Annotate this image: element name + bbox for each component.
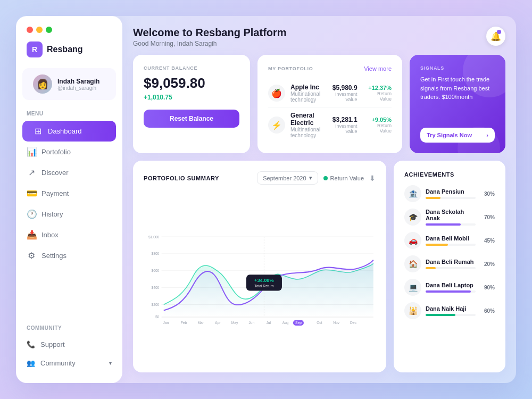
achievement-percent: 70%: [480, 214, 495, 220]
achievement-name: Dana Naik Haji: [426, 305, 476, 312]
portfolio-item: 🍎 Apple Inc Multinational technology $5,…: [268, 79, 392, 107]
achievement-item: 💻 Dana Beli Laptop 90%: [404, 279, 495, 296]
achievement-name: Dana Beli Laptop: [426, 282, 476, 288]
achievement-item: 🕌 Dana Naik Haji 60%: [404, 302, 495, 319]
achievement-percent: 60%: [480, 308, 495, 314]
signals-card: SIGNALS Get in First touch the trade sig…: [410, 55, 505, 153]
legend-dot: [323, 176, 328, 180]
dashboard-icon: ⊞: [33, 126, 43, 136]
portfolio-items: 🍎 Apple Inc Multinational technology $5,…: [268, 79, 392, 143]
chart-header: PORTOFOLIO SUMMARY September 2020 ▾ Retu…: [144, 171, 376, 185]
portfolio-category: Multinational technology: [290, 91, 320, 103]
page-title: Welcome to Resbang Platform Good Morning…: [133, 27, 287, 47]
sidebar: R Resbang 👩 Indah Saragih @indah_saragih…: [16, 16, 122, 383]
portfolio-return: +9.05%: [367, 117, 392, 123]
view-more-link[interactable]: View more: [364, 65, 392, 72]
svg-text:$1,000: $1,000: [148, 235, 160, 239]
menu-label: MENU: [16, 111, 122, 121]
svg-text:$600: $600: [151, 269, 159, 272]
svg-text:Nov: Nov: [333, 321, 340, 325]
achievement-progress-bar: [426, 197, 440, 199]
sidebar-item-portfolio[interactable]: 📊Portofolio: [16, 142, 122, 162]
chart-area: $1,000 $800 $600 $400 $200 $0: [144, 192, 376, 362]
achievement-name: Dana Sekolah Anak: [426, 209, 476, 221]
achievement-percent: 20%: [480, 261, 495, 267]
sidebar-item-support[interactable]: 📞Support: [16, 335, 122, 354]
notification-button[interactable]: 🔔: [486, 27, 505, 46]
user-info: Indah Saragih @indah_saragih: [57, 78, 99, 91]
achievement-icon: 🕌: [404, 302, 421, 319]
inbox-icon: 📥: [27, 230, 36, 240]
achievement-name: Dana Beli Rumah: [426, 259, 476, 265]
close-btn[interactable]: [27, 27, 33, 33]
community-section: COMMUNITY 📞Support👥Community▾: [16, 320, 122, 372]
svg-text:Jul: Jul: [266, 321, 271, 325]
portfolio-return: +12.37%: [367, 85, 392, 91]
chevron-down-icon: ▾: [309, 174, 312, 181]
achievement-icon: 🚗: [404, 232, 421, 249]
achievement-percent: 30%: [480, 191, 495, 197]
notification-dot: [497, 30, 501, 34]
svg-text:May: May: [231, 321, 238, 325]
svg-text:$0: $0: [155, 315, 160, 319]
portfolio-item: ⚡ General Electric Multinational technol…: [268, 107, 392, 143]
sidebar-item-inbox[interactable]: 📥Inbox: [16, 225, 122, 245]
app-logo: R Resbang: [16, 41, 122, 68]
user-profile[interactable]: 👩 Indah Saragih @indah_saragih: [22, 68, 116, 100]
sidebar-item-payment[interactable]: 💳Payment: [16, 183, 122, 204]
achievement-icon: 🏦: [404, 185, 421, 202]
maximize-btn[interactable]: [46, 27, 52, 33]
welcome-text: Welcome to Resbang Platform: [133, 27, 287, 39]
portfolio-logo: ⚡: [268, 117, 285, 134]
app-container: R Resbang 👩 Indah Saragih @indah_saragih…: [16, 16, 516, 383]
portfolio-header: MY PORTOFOLIO View more: [268, 65, 392, 72]
achievements-title: ACHIEVEMENTS: [404, 171, 495, 178]
greeting-text: Good Morning, Indah Saragih: [133, 40, 287, 47]
sidebar-item-dashboard[interactable]: ⊞Dashboard: [22, 121, 116, 142]
discover-icon: ↗: [27, 168, 36, 178]
sidebar-nav: ⊞Dashboard📊Portofolio↗Discover💳Payment🕐H…: [16, 121, 122, 320]
download-icon[interactable]: ⬇: [369, 174, 376, 182]
reset-balance-button[interactable]: Reset Balance: [144, 110, 239, 128]
chart-controls: September 2020 ▾ Return Value ⬇: [257, 171, 376, 185]
svg-text:Total Return: Total Return: [254, 284, 273, 288]
sidebar-item-history[interactable]: 🕐History: [16, 204, 122, 225]
portfolio-name: Apple Inc: [290, 84, 320, 91]
chart-title: PORTOFOLIO SUMMARY: [144, 175, 219, 181]
portfolio-value: $3,281.1: [326, 116, 357, 123]
chevron-down-icon: ▾: [109, 360, 112, 366]
sidebar-item-settings[interactable]: ⚙Settings: [16, 245, 122, 266]
achievement-item: 🚗 Dana Beli Mobil 45%: [404, 232, 495, 249]
achievement-progress-bar: [426, 223, 461, 226]
achievement-percent: 90%: [480, 285, 495, 290]
portfolio-name: General Electric: [290, 112, 320, 127]
cards-row: CURRENT BALANCE $9,059.80 +1,010.75 Rese…: [133, 55, 505, 153]
achievement-icon: 🎓: [404, 209, 421, 226]
svg-text:Jun: Jun: [249, 321, 255, 325]
achievement-name: Dana Pensiun: [426, 188, 476, 195]
window-controls: [16, 27, 122, 41]
portfolio-title: MY PORTOFOLIO: [268, 66, 313, 71]
minimize-btn[interactable]: [36, 27, 43, 33]
achievements-list: 🏦 Dana Pensiun 30% 🎓 Dana Sekolah Anak 7…: [404, 185, 495, 319]
balance-amount: $9,059.80: [144, 75, 239, 92]
svg-text:+34.08%: +34.08%: [254, 278, 274, 283]
history-icon: 🕐: [27, 209, 36, 219]
achievement-item: 🎓 Dana Sekolah Anak 70%: [404, 209, 495, 226]
payment-icon: 💳: [27, 188, 36, 198]
balance-card: CURRENT BALANCE $9,059.80 +1,010.75 Rese…: [133, 55, 250, 153]
svg-text:Aug: Aug: [282, 321, 289, 325]
period-dropdown[interactable]: September 2020 ▾: [257, 171, 318, 185]
achievements-card: ACHIEVEMENTS 🏦 Dana Pensiun 30% 🎓 Dana S…: [394, 161, 505, 372]
sidebar-item-community[interactable]: 👥Community▾: [16, 354, 122, 372]
svg-text:Oct: Oct: [317, 321, 322, 325]
achievement-icon: 💻: [404, 279, 421, 296]
user-handle: @indah_saragih: [57, 85, 99, 91]
achievement-name: Dana Beli Mobil: [426, 235, 476, 242]
app-name: Resbang: [47, 45, 83, 54]
user-name: Indah Saragih: [57, 78, 99, 85]
main-content: Welcome to Resbang Platform Good Morning…: [122, 16, 516, 383]
svg-text:Feb: Feb: [181, 321, 187, 325]
support-icon: 📞: [27, 340, 35, 348]
sidebar-item-discover[interactable]: ↗Discover: [16, 162, 122, 183]
